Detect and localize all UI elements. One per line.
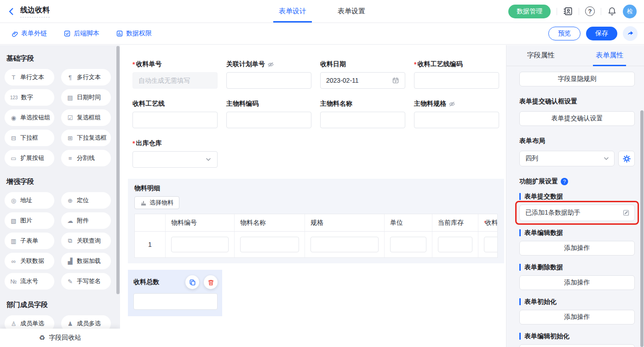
field-visibility-rules-button[interactable]: 字段显隐规则	[519, 72, 635, 86]
sidebar-item-address[interactable]: ◎地址	[5, 192, 54, 209]
relation-query-icon: ⧉	[67, 237, 74, 245]
field-process-line-code[interactable]: *收料工艺线编码	[414, 60, 499, 89]
cell-material-name	[235, 232, 305, 257]
receipt-qty-input[interactable]	[484, 237, 498, 252]
receipt-total-input[interactable]	[133, 293, 218, 310]
tab-form-settings[interactable]: 表单设置	[338, 0, 365, 23]
field-receipt-date[interactable]: 收料日期 2023-02-11	[320, 60, 405, 89]
spec-input[interactable]	[310, 237, 379, 252]
member-single-icon: ♙	[10, 320, 17, 327]
avatar[interactable]: 检	[623, 5, 637, 18]
external-link-button[interactable]: 表单外链	[11, 29, 47, 38]
sidebar-item-datetime[interactable]: ▤日期时间	[61, 89, 111, 106]
receipt-date-input[interactable]: 2023-02-11	[320, 72, 405, 89]
sidebar-item-relation-data[interactable]: ∞关联数据	[5, 253, 54, 269]
field-plan-no[interactable]: 关联计划单号	[226, 60, 311, 89]
form-row-2: 收料工艺线 主物料编码 主物料名称 主物料规格	[132, 100, 506, 128]
tab-field-properties[interactable]: 字段属性	[506, 45, 575, 66]
field-warehouse[interactable]: *出库仓库	[132, 139, 218, 168]
notifications-button[interactable]	[607, 6, 617, 16]
submit-data-assistant-box[interactable]: 已添加1条数据助手	[519, 205, 635, 221]
section-title: 增强字段	[6, 177, 120, 186]
field-main-material-code[interactable]: 主物料编码	[226, 100, 311, 128]
main-material-spec-input[interactable]	[414, 112, 499, 128]
sidebar-item-multi-select[interactable]: ⊞下拉复选框	[61, 130, 111, 146]
layout-settings-button[interactable]	[618, 151, 635, 166]
sidebar-item-divider-field[interactable]: ≡分割线	[61, 150, 111, 166]
share-button[interactable]	[623, 26, 638, 41]
edit-data-add-action-button[interactable]: 添加操作	[519, 241, 635, 256]
sidebar-item-extend-button[interactable]: ▭扩展按钮	[5, 150, 54, 166]
gear-icon	[623, 155, 631, 163]
material-code-input[interactable]	[171, 237, 229, 252]
sidebar-item-checkbox-group[interactable]: ☑复选框组	[61, 109, 111, 126]
edit-pencil-icon[interactable]	[622, 209, 630, 216]
material-name-input[interactable]	[240, 237, 299, 252]
sidebar-item-subform[interactable]: ▥子表单	[5, 233, 54, 249]
select-material-button[interactable]: 选择物料	[134, 196, 179, 209]
current-stock-input[interactable]	[438, 237, 472, 252]
image-icon: ▧	[10, 217, 17, 224]
sidebar-item-image[interactable]: ▧图片	[5, 212, 54, 229]
copy-field-button[interactable]	[185, 275, 199, 289]
edit-init-add-action-button[interactable]: 添加操作	[519, 344, 635, 347]
properties-scrollbar[interactable]	[640, 110, 644, 347]
field-label: 主物料编码	[226, 100, 311, 108]
sidebar-item-attachment[interactable]: ☁附件	[61, 212, 111, 229]
material-table: 物料编号 物料名称 规格 单位 当前库存 *收料数 1	[134, 214, 498, 258]
unit-input[interactable]	[390, 237, 426, 252]
sidebar-item-data-load[interactable]: ▟数据加载	[61, 253, 111, 269]
sidebar-item-serial-number[interactable]: №流水号	[5, 273, 54, 290]
main-material-code-input[interactable]	[226, 112, 311, 128]
sidebar-item-location[interactable]: ⊕定位	[61, 192, 111, 209]
field-recycle-bin[interactable]: ♻ 字段回收站	[0, 329, 120, 347]
sidebar-item-number[interactable]: 123数字	[5, 89, 54, 106]
field-receipt-total-selected[interactable]: 收料总数	[128, 270, 222, 316]
process-line-input[interactable]	[132, 112, 218, 128]
plan-no-input[interactable]	[226, 72, 311, 89]
sidebar-item-select[interactable]: ⊟下拉框	[5, 130, 54, 146]
sidebar-item-single-line-text[interactable]: T单行文本	[5, 69, 54, 85]
tab-form-properties[interactable]: 表单属性	[575, 45, 644, 66]
field-main-material-spec[interactable]: 主物料规格	[414, 100, 499, 128]
sidebar-item-radio-group[interactable]: ◉单选按钮组	[5, 109, 54, 126]
layout-select[interactable]: 四列	[519, 151, 615, 166]
multi-line-text-icon: ¶	[67, 74, 74, 81]
back-button[interactable]	[7, 7, 16, 16]
hidden-eye-icon	[448, 101, 455, 108]
delete-data-add-action-button[interactable]: 添加操作	[519, 275, 635, 290]
sidebar-item-multi-line-text[interactable]: ¶多行文本	[61, 69, 111, 85]
sidebar-item-relation-query[interactable]: ⧉关联查询	[61, 233, 111, 249]
extend-button-icon: ▭	[10, 155, 17, 162]
serial-number-icon: №	[10, 278, 17, 285]
receipt-no-input[interactable]	[132, 72, 218, 89]
sidebar-scrollbar[interactable]	[116, 46, 120, 294]
preview-button[interactable]: 预览	[548, 27, 581, 40]
field-receipt-no[interactable]: *收料单号	[132, 60, 218, 89]
table-header-row: 物料编号 物料名称 规格 单位 当前库存 *收料数	[135, 214, 497, 232]
delete-field-button[interactable]	[204, 275, 218, 289]
contacts-book-button[interactable]	[563, 6, 573, 16]
row-index: 1	[135, 232, 166, 257]
tab-form-design[interactable]: 表单设计	[279, 0, 306, 23]
extension-help-icon[interactable]: ?	[561, 178, 568, 185]
submit-confirm-settings-button[interactable]: 表单提交确认设置	[519, 111, 635, 126]
material-detail-subform[interactable]: 物料明细 选择物料 物料编号 物料名称 规格 单位 当前库存 *收料数 1	[128, 179, 504, 263]
main-material-name-input[interactable]	[320, 112, 405, 128]
field-process-line[interactable]: 收料工艺线	[132, 100, 218, 128]
bar-chart-icon	[140, 199, 147, 206]
process-line-code-input[interactable]	[414, 72, 499, 89]
help-button[interactable]: ?	[585, 6, 595, 16]
cell-receipt-qty	[478, 232, 498, 257]
sidebar-item-signature[interactable]: ✎手写签名	[61, 273, 111, 290]
data-manage-button[interactable]: 数据管理	[508, 5, 551, 18]
submit-data-wrapper: 已添加1条数据助手	[519, 205, 635, 221]
section-title: 基础字段	[6, 54, 120, 63]
backend-script-button[interactable]: 后端脚本	[63, 29, 99, 38]
save-button[interactable]: 保存	[586, 27, 617, 40]
warehouse-select[interactable]	[132, 151, 218, 168]
init-add-action-button[interactable]: 添加操作	[519, 310, 635, 324]
field-main-material-name[interactable]: 主物料名称	[320, 100, 405, 128]
data-permission-button[interactable]: 数据权限	[116, 29, 152, 38]
sidebar-section-basic: 基础字段 T单行文本 ¶多行文本 123数字 ▤日期时间 ◉单选按钮组 ☑复选框…	[5, 54, 120, 166]
